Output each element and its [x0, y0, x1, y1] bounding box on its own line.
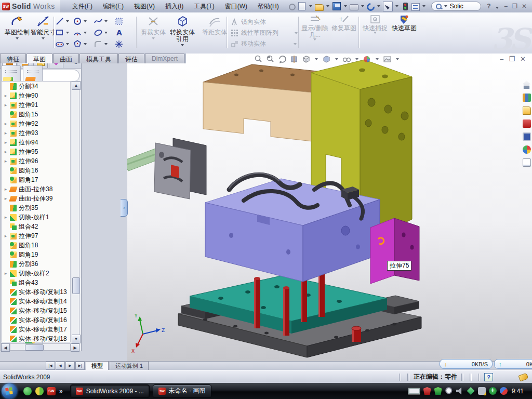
- pin-icon[interactable]: [289, 4, 296, 10]
- hide-show-items-icon[interactable]: [342, 55, 351, 63]
- polygon-dropdown-icon[interactable]: [84, 43, 87, 45]
- start-button[interactable]: [2, 383, 17, 399]
- point-tool-icon[interactable]: [114, 39, 124, 49]
- doc-minimize-button[interactable]: –: [500, 55, 503, 63]
- hscroll-thumb[interactable]: [25, 344, 44, 351]
- tray-app-icon[interactable]: [467, 387, 475, 395]
- tree-item[interactable]: ▸ 实体-移动/复制16: [2, 315, 70, 325]
- sketch-fillet-tool-icon[interactable]: [94, 39, 103, 49]
- command-tab[interactable]: 草图: [26, 54, 52, 63]
- next-tab-icon[interactable]: ▶: [65, 362, 75, 370]
- apply-scene-icon[interactable]: [383, 55, 392, 63]
- section-view-icon[interactable]: [290, 55, 299, 63]
- appearances-dropdown-icon[interactable]: [376, 58, 379, 60]
- open-icon[interactable]: [315, 4, 324, 11]
- zoom-fit-icon[interactable]: [254, 55, 263, 63]
- slot-tool-icon[interactable]: [55, 39, 64, 49]
- tree-item[interactable]: ▸ 组合43: [2, 278, 70, 287]
- expand-arrow-icon[interactable]: ▸: [4, 93, 8, 98]
- custom-properties-icon[interactable]: [523, 158, 531, 167]
- scroll-down-icon[interactable]: ▼: [72, 335, 81, 343]
- update-icon[interactable]: [500, 387, 508, 395]
- tree-item[interactable]: ▸ 曲面-拉伸38: [2, 184, 70, 194]
- convert-dropdown-icon[interactable]: [181, 44, 184, 46]
- line-dropdown-icon[interactable]: [66, 20, 69, 22]
- print-dropdown-icon[interactable]: [361, 5, 364, 7]
- circle-tool-icon[interactable]: [73, 17, 82, 26]
- circle-dropdown-icon[interactable]: [84, 20, 87, 22]
- expand-arrow-icon[interactable]: ▸: [4, 121, 8, 126]
- graphics-viewport[interactable]: Y Z X – ❐ ✕: [127, 54, 532, 361]
- apply-scene-dropdown-icon[interactable]: [396, 58, 399, 60]
- solidworks-shortcut-icon[interactable]: SW: [47, 387, 56, 395]
- panel-splitter-tab[interactable]: ‹: [121, 199, 128, 217]
- tree-item[interactable]: ▸ 实体-移动/复制14: [2, 297, 70, 306]
- rapid-sketch-button[interactable]: 快速草图: [391, 15, 418, 50]
- zoom-area-icon[interactable]: [266, 55, 275, 63]
- input-language-icon[interactable]: [408, 388, 420, 395]
- print-icon[interactable]: [350, 4, 358, 10]
- restore-button[interactable]: ❐: [512, 3, 517, 10]
- options-icon[interactable]: [411, 3, 420, 11]
- tree-item[interactable]: ▸ 拉伸94: [2, 138, 70, 147]
- display-style-icon[interactable]: [322, 55, 331, 63]
- doc-restore-button[interactable]: ❐: [509, 55, 515, 63]
- expand-arrow-icon[interactable]: ▸: [4, 102, 8, 108]
- save-icon[interactable]: [332, 2, 341, 10]
- doc-close-button[interactable]: ✕: [520, 55, 526, 63]
- expand-arrow-icon[interactable]: ▸: [4, 149, 8, 154]
- expand-arrow-icon[interactable]: ▸: [4, 196, 8, 201]
- help-button[interactable]: ?: [487, 3, 490, 10]
- menu-item[interactable]: 插入(I): [161, 1, 188, 12]
- network-warning-icon[interactable]: [478, 387, 486, 395]
- undo-icon[interactable]: [365, 1, 376, 12]
- tree-item[interactable]: ▸ 拉伸91: [2, 100, 70, 110]
- expand-arrow-icon[interactable]: ▸: [4, 271, 8, 276]
- tree-vertical-scrollbar[interactable]: ▲ ▼: [72, 81, 79, 342]
- prev-tab-icon[interactable]: ◀: [56, 362, 65, 370]
- sketch-dropdown-icon[interactable]: [16, 37, 19, 39]
- tree-item[interactable]: ▸ 圆角15: [2, 110, 70, 119]
- tray-search-icon[interactable]: [445, 387, 453, 395]
- file-explorer-icon[interactable]: [523, 107, 531, 115]
- ellipse-tool-icon[interactable]: [94, 28, 103, 37]
- menu-item[interactable]: 编辑(E): [98, 1, 128, 12]
- open-dropdown-icon[interactable]: [326, 5, 329, 7]
- assembly-model[interactable]: Y Z X: [127, 54, 532, 361]
- tree-item[interactable]: ▸ 切除-放样2: [2, 269, 70, 278]
- expand-arrow-icon[interactable]: ▸: [4, 130, 8, 136]
- slot-dropdown-icon[interactable]: [66, 43, 69, 45]
- command-tab[interactable]: 模具工具: [79, 54, 118, 63]
- display-style-dropdown-icon[interactable]: [335, 58, 338, 60]
- tree-item[interactable]: ▸ 拉伸97: [2, 231, 70, 241]
- expand-arrow-icon[interactable]: ▸: [4, 158, 8, 164]
- minimize-button[interactable]: –: [504, 3, 508, 10]
- ellipse-dropdown-icon[interactable]: [104, 32, 108, 34]
- command-tab[interactable]: 评估: [118, 54, 144, 63]
- tree-horizontal-scrollbar[interactable]: ◀ ▶: [1, 343, 79, 351]
- menu-item[interactable]: 文件(F): [68, 1, 97, 12]
- messenger-icon[interactable]: [23, 387, 32, 395]
- command-tab[interactable]: 特征: [0, 54, 26, 63]
- tree-item[interactable]: ▸ 圆角17: [2, 175, 70, 184]
- menu-item[interactable]: 工具(T): [189, 1, 219, 12]
- expand-arrow-icon[interactable]: ▸: [4, 215, 8, 220]
- options-dropdown-icon[interactable]: [422, 5, 425, 7]
- tree-item[interactable]: ▸ 分割34: [2, 82, 70, 91]
- scroll-up-icon[interactable]: ▲: [72, 81, 81, 90]
- last-tab-icon[interactable]: ▶|: [75, 362, 85, 370]
- search-input[interactable]: Solic: [450, 3, 463, 10]
- tree-item[interactable]: ▸ 圆角19: [2, 250, 70, 259]
- appearances-scenes-icon[interactable]: [523, 145, 531, 154]
- menu-item[interactable]: 窗口(W): [220, 1, 252, 12]
- hide-show-dropdown-icon[interactable]: [355, 58, 358, 60]
- close-button[interactable]: ✕: [522, 3, 527, 10]
- selection-box-icon[interactable]: [114, 17, 124, 26]
- volume-icon[interactable]: [456, 387, 464, 395]
- command-tab[interactable]: DimXpert: [145, 54, 184, 63]
- expand-arrow-icon[interactable]: ▸: [4, 187, 8, 192]
- select-tool-icon[interactable]: [383, 2, 393, 11]
- task-button[interactable]: SW 未命名 - 画图: [153, 384, 211, 398]
- new-dropdown-icon[interactable]: [309, 5, 312, 7]
- view-orientation-dropdown-icon[interactable]: [315, 58, 318, 60]
